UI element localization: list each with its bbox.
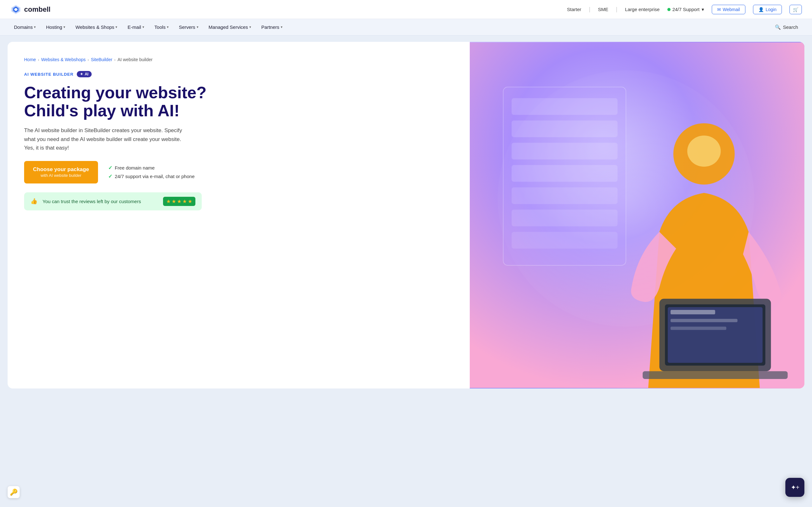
feature-support: ✓ 24/7 support via e-mail, chat or phone <box>108 173 195 179</box>
nav-tools[interactable]: Tools ▾ <box>151 22 172 32</box>
logo-text: combell <box>24 5 50 14</box>
key-button[interactable]: 🔑 <box>8 486 20 498</box>
svg-rect-17 <box>668 307 763 363</box>
choose-package-button[interactable]: Choose your package with AI website buil… <box>24 161 98 183</box>
thumbs-up-icon: 👍 <box>31 198 38 205</box>
nav-partners-label: Partners <box>261 24 280 30</box>
trust-text: You can trust the reviews left by our cu… <box>43 199 158 204</box>
nav-domains-label: Domains <box>14 24 33 30</box>
support-label: 24/7 Support <box>672 7 700 12</box>
svg-point-22 <box>687 135 721 167</box>
star-1: ★ <box>166 199 171 205</box>
nav-servers-label: Servers <box>179 24 195 30</box>
nav-servers[interactable]: Servers ▾ <box>175 22 202 32</box>
breadcrumb-sep-3: › <box>114 57 115 62</box>
stars-rating: ★ ★ ★ ★ ★ <box>163 197 195 206</box>
nav-managed-services[interactable]: Managed Services ▾ <box>205 22 255 32</box>
breadcrumb-current: AI website builder <box>117 57 153 62</box>
support-chevron-icon: ▾ <box>702 7 704 12</box>
nav-websites-shops[interactable]: Websites & Shops ▾ <box>72 22 121 32</box>
ai-badge-star-icon: ✦ <box>80 72 83 76</box>
cart-icon: 🛒 <box>793 7 798 12</box>
check-icon-2: ✓ <box>108 173 112 179</box>
search-label: Search <box>783 24 798 30</box>
svg-rect-9 <box>512 143 618 160</box>
breadcrumb-home[interactable]: Home <box>24 57 36 62</box>
nav-tools-label: Tools <box>154 24 165 30</box>
search-button[interactable]: 🔍 Search <box>771 22 802 33</box>
support-nav[interactable]: 24/7 Support ▾ <box>667 7 704 12</box>
webmail-button[interactable]: ✉ Webmail <box>712 5 745 14</box>
nav-large-enterprise[interactable]: Large enterprise <box>625 7 659 12</box>
svg-rect-10 <box>512 165 618 182</box>
hero-card: Home › Websites & Webshops › SiteBuilder… <box>8 42 804 389</box>
search-icon: 🔍 <box>775 24 781 30</box>
domains-chevron-icon: ▾ <box>34 25 36 29</box>
nav-domains[interactable]: Domains ▾ <box>10 22 40 32</box>
ai-float-icon: ✦+ <box>791 484 799 491</box>
nav-email[interactable]: E-mail ▾ <box>124 22 148 32</box>
svg-rect-19 <box>670 319 738 322</box>
ai-float-button[interactable]: ✦+ <box>785 478 804 497</box>
tools-chevron-icon: ▾ <box>167 25 169 29</box>
svg-rect-13 <box>512 232 618 249</box>
support-online-indicator <box>667 8 670 11</box>
trust-bar: 👍 You can trust the reviews left by our … <box>24 192 202 210</box>
breadcrumb: Home › Websites & Webshops › SiteBuilder… <box>24 57 453 62</box>
cta-sub-text: with AI website builder <box>41 173 82 178</box>
svg-rect-18 <box>670 310 715 314</box>
top-bar: combell Starter | SME | Large enterprise… <box>0 0 812 19</box>
breadcrumb-sitebuilder[interactable]: SiteBuilder <box>91 57 112 62</box>
nav-hosting[interactable]: Hosting ▾ <box>42 22 69 32</box>
svg-rect-11 <box>512 187 618 204</box>
section-label-text: AI WEBSITE BUILDER <box>24 72 73 77</box>
nav-partners[interactable]: Partners ▾ <box>258 22 287 32</box>
hero-wrapper: Home › Websites & Webshops › SiteBuilder… <box>0 36 812 396</box>
ai-badge: ✦ AI <box>77 71 92 77</box>
partners-chevron-icon: ▾ <box>281 25 283 29</box>
breadcrumb-sep-1: › <box>38 57 39 62</box>
login-icon: 👤 <box>758 7 764 12</box>
star-4: ★ <box>183 199 187 205</box>
webmail-icon: ✉ <box>717 7 721 12</box>
feature-domain: ✓ Free domain name <box>108 165 195 171</box>
hero-cta-row: Choose your package with AI website buil… <box>24 161 453 183</box>
svg-rect-20 <box>670 327 726 330</box>
nav-starter[interactable]: Starter <box>567 7 581 12</box>
login-label: Login <box>766 7 776 12</box>
ai-badge-label: AI <box>85 72 89 76</box>
nav-sme[interactable]: SME <box>598 7 608 12</box>
managed-services-chevron-icon: ▾ <box>249 25 251 29</box>
websites-chevron-icon: ▾ <box>115 25 117 29</box>
svg-rect-12 <box>512 210 618 227</box>
hero-title: Creating your website? Child's play with… <box>24 83 453 120</box>
cta-main-text: Choose your package <box>33 166 89 173</box>
section-label-row: AI WEBSITE BUILDER ✦ AI <box>24 71 453 77</box>
hosting-chevron-icon: ▾ <box>63 25 65 29</box>
features-list: ✓ Free domain name ✓ 24/7 support via e-… <box>108 165 195 179</box>
webmail-label: Webmail <box>723 7 740 12</box>
star-5-half: ★ <box>188 199 192 205</box>
feature-support-text: 24/7 support via e-mail, chat or phone <box>115 174 195 179</box>
logo[interactable]: combell <box>10 4 50 15</box>
nav-managed-services-label: Managed Services <box>209 24 248 30</box>
login-button[interactable]: 👤 Login <box>753 5 782 14</box>
nav-email-label: E-mail <box>128 24 141 30</box>
hero-title-line1: Creating your website? <box>24 83 206 102</box>
key-icon: 🔑 <box>10 488 18 496</box>
star-3: ★ <box>177 199 182 205</box>
feature-domain-text: Free domain name <box>115 165 155 170</box>
cart-button[interactable]: 🛒 <box>790 5 802 14</box>
svg-rect-8 <box>512 120 618 137</box>
hero-title-line2: Child's play with AI! <box>24 101 180 120</box>
hero-description: The AI website builder in SiteBuilder cr… <box>24 126 189 152</box>
main-nav: Domains ▾ Hosting ▾ Websites & Shops ▾ E… <box>0 19 812 36</box>
hero-image-area <box>470 42 804 389</box>
breadcrumb-websites-webshops[interactable]: Websites & Webshops <box>41 57 86 62</box>
star-2: ★ <box>171 199 176 205</box>
email-chevron-icon: ▾ <box>142 25 144 29</box>
svg-rect-21 <box>643 371 788 379</box>
nav-hosting-label: Hosting <box>46 24 62 30</box>
servers-chevron-icon: ▾ <box>197 25 199 29</box>
nav-websites-shops-label: Websites & Shops <box>75 24 114 30</box>
